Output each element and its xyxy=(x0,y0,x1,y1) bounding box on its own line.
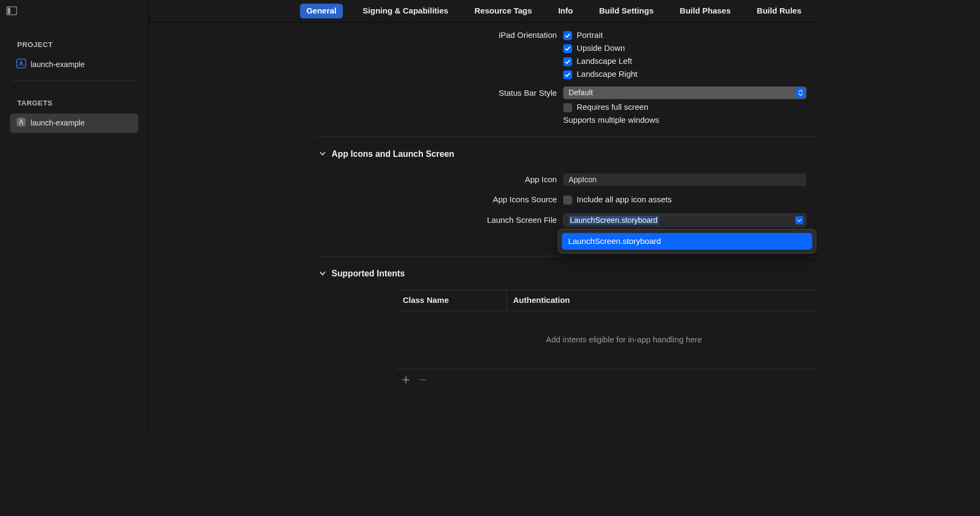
add-intent-button[interactable] xyxy=(400,374,412,386)
separator xyxy=(315,136,816,137)
col-authentication[interactable]: Authentication xyxy=(507,290,576,310)
supports-multiple-windows-label: Supports multiple windows xyxy=(563,116,659,125)
app-icon-field[interactable]: AppIcon xyxy=(563,174,806,186)
landscape-right-label: Landscape Right xyxy=(577,70,638,79)
status-bar-style-select[interactable]: Default xyxy=(563,87,806,99)
upside-down-checkbox[interactable] xyxy=(563,44,572,53)
app-icons-section-title: App Icons and Launch Screen xyxy=(332,149,454,159)
include-all-assets-label: Include all app icon assets xyxy=(577,195,672,204)
combo-dropdown-icon[interactable] xyxy=(795,216,803,224)
status-bar-style-value: Default xyxy=(568,88,593,97)
col-class-name[interactable]: Class Name xyxy=(396,290,507,310)
project-section-header: PROJECT xyxy=(5,23,143,55)
tab-build-rules[interactable]: Build Rules xyxy=(751,4,808,18)
app-project-icon xyxy=(16,58,26,70)
targets-section-header: TARGETS xyxy=(5,81,143,114)
add-app-icon-button[interactable]: ＋ xyxy=(816,174,817,186)
app-target-icon xyxy=(16,117,26,129)
tab-build-settings[interactable]: Build Settings xyxy=(593,4,660,18)
target-item[interactable]: launch-example xyxy=(10,114,138,133)
requires-fullscreen-checkbox[interactable] xyxy=(563,103,572,112)
launch-screen-dropdown: LaunchScreen.storyboard xyxy=(558,229,816,254)
project-item[interactable]: launch-example xyxy=(10,55,138,75)
landscape-left-label: Landscape Left xyxy=(577,57,632,66)
remove-intent-button[interactable] xyxy=(417,374,429,386)
svg-rect-2 xyxy=(17,59,26,68)
supported-intents-table: Class Name Authentication Add intents el… xyxy=(396,290,816,391)
app-icon-value: AppIcon xyxy=(568,175,597,184)
app-icon-label: App Icon xyxy=(149,175,563,184)
separator xyxy=(315,256,816,256)
project-navigator-sidebar: PROJECT launch-example TARGETS launch-ex… xyxy=(0,0,149,430)
tab-info[interactable]: Info xyxy=(552,4,579,18)
tab-general[interactable]: General xyxy=(300,4,343,18)
supported-intents-section-title: Supported Intents xyxy=(332,269,405,279)
target-item-label: launch-example xyxy=(31,118,85,128)
landscape-left-checkbox[interactable] xyxy=(563,57,572,66)
app-icons-source-label: App Icons Source xyxy=(149,195,563,204)
select-stepper-icon xyxy=(796,88,805,97)
tab-resource-tags[interactable]: Resource Tags xyxy=(468,4,539,18)
disclosure-chevron-icon[interactable] xyxy=(319,150,326,158)
sidebar-toggle-icon[interactable] xyxy=(6,6,17,16)
portrait-checkbox[interactable] xyxy=(563,31,572,40)
table-header-row: Class Name Authentication xyxy=(396,290,816,311)
svg-rect-1 xyxy=(8,8,10,14)
launch-screen-file-value: LaunchScreen.storyboard xyxy=(569,216,659,225)
project-item-label: launch-example xyxy=(31,60,85,69)
launch-screen-dropdown-item[interactable]: LaunchScreen.storyboard xyxy=(562,233,812,250)
launch-screen-file-combo[interactable]: LaunchScreen.storyboard xyxy=(563,214,806,227)
status-bar-style-label: Status Bar Style xyxy=(149,88,563,97)
disclosure-chevron-icon[interactable] xyxy=(319,270,326,279)
tab-build-phases[interactable]: Build Phases xyxy=(673,4,737,18)
intents-placeholder: Add intents eligible for in-app handling… xyxy=(396,311,816,369)
landscape-right-checkbox[interactable] xyxy=(563,70,572,80)
portrait-label: Portrait xyxy=(577,31,602,40)
ipad-orientation-label: iPad Orientation xyxy=(149,31,563,40)
svg-rect-3 xyxy=(17,117,26,127)
upside-down-label: Upside Down xyxy=(577,44,625,53)
requires-fullscreen-label: Requires full screen xyxy=(577,103,648,112)
include-all-assets-checkbox[interactable] xyxy=(563,195,572,204)
launch-screen-file-label: Launch Screen File xyxy=(149,216,563,225)
tab-signing[interactable]: Signing & Capabilities xyxy=(356,4,455,18)
editor-tabs: General Signing & Capabilities Resource … xyxy=(149,0,817,23)
